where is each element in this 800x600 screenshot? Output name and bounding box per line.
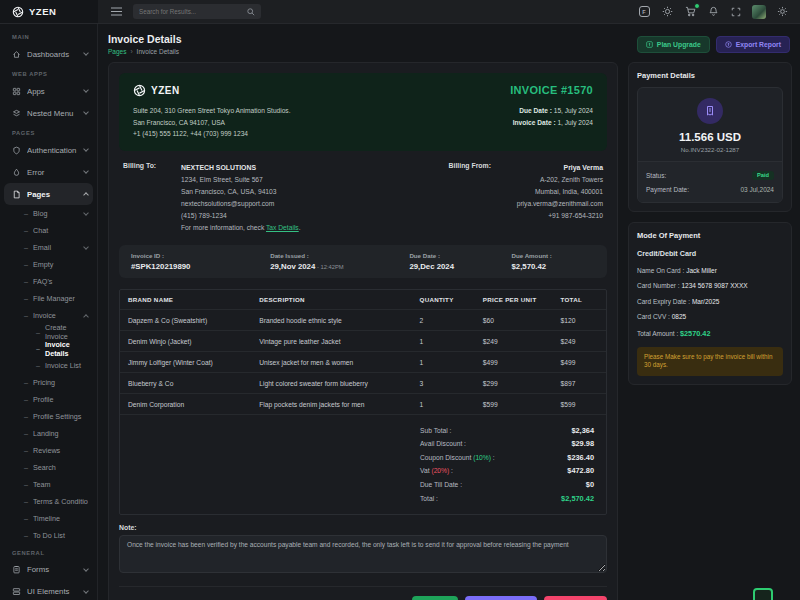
sidebar-item-team[interactable]: Team xyxy=(0,476,97,493)
sidebar-item-ui-elements[interactable]: UI Elements xyxy=(0,581,97,600)
sidebar-item-pricing[interactable]: Pricing xyxy=(0,374,97,391)
page-header: Invoice Details Pages › Invoice Details … xyxy=(98,24,800,62)
sidebar-item-timeline[interactable]: Timeline xyxy=(0,510,97,527)
settings-gear-icon[interactable] xyxy=(774,4,790,20)
invoice-dates: Due Date : 15, July 2024 Invoice Date : … xyxy=(510,105,593,129)
payment-date-row: Payment Date: 03 Jul,2024 xyxy=(646,182,774,196)
notifications-bell-icon[interactable] xyxy=(705,4,721,20)
sidebar-item-landing[interactable]: Landing xyxy=(0,425,97,442)
sidebar-item-invoice-list[interactable]: Invoice List xyxy=(0,357,97,374)
breadcrumb-pages-link[interactable]: Pages xyxy=(108,48,126,55)
sidebar-item-email[interactable]: Email xyxy=(0,239,97,256)
sidebar-item-invoice-details[interactable]: Invoice Details xyxy=(0,341,97,358)
sidebar-item-blog[interactable]: Blog xyxy=(0,205,97,222)
meta-due-date: Due Date : 29,Dec 2024 xyxy=(409,252,511,271)
table-row: Blueberry & CoLight colored sweater form… xyxy=(120,373,606,394)
boxes-icon xyxy=(12,587,21,596)
receipt-icon xyxy=(697,98,723,124)
sidebar-item-profile-settings[interactable]: Profile Settings xyxy=(0,408,97,425)
hamburger-icon[interactable] xyxy=(108,4,124,20)
language-icon[interactable]: F xyxy=(636,4,652,20)
payment-amount: 11.566 USD xyxy=(646,131,774,143)
tax-details-link[interactable]: Tax Details xyxy=(266,224,299,231)
card-number-line: Card Number : 1234 5678 9087 XXXX xyxy=(637,282,783,289)
sidebar-item-todo[interactable]: To Do List xyxy=(0,527,97,544)
summary-vat: Vat (20%) :$472.80 xyxy=(132,464,594,478)
search-input[interactable] xyxy=(139,8,243,15)
cart-icon[interactable] xyxy=(682,4,698,20)
theme-toggle-sun-icon[interactable] xyxy=(659,4,675,20)
search-box[interactable] xyxy=(133,4,261,19)
save-as-pdf-button[interactable]: Save As PDF xyxy=(465,596,537,600)
note-label: Note: xyxy=(119,524,607,531)
col-total: TOTAL xyxy=(553,290,606,310)
sidebar-section-general: GENERAL xyxy=(0,544,97,559)
col-quantity: QUANTITY xyxy=(412,290,475,310)
shield-icon xyxy=(12,146,21,155)
chevron-down-icon xyxy=(83,109,89,115)
summary-coupon-discount: Coupon Discount (10%) :$236.40 xyxy=(132,451,594,465)
sidebar: MAIN Dashboards WEB APPS Apps Nested Men… xyxy=(0,24,98,600)
main-content: Invoice Details Pages › Invoice Details … xyxy=(98,24,800,600)
invoice-number: INVOICE #1570 xyxy=(510,84,593,96)
avatar[interactable] xyxy=(751,4,767,20)
layers-icon xyxy=(12,109,21,118)
sidebar-item-chat[interactable]: Chat xyxy=(0,222,97,239)
page-title: Invoice Details xyxy=(108,33,182,45)
invoice-brand-logo-icon xyxy=(133,84,146,97)
cart-badge xyxy=(694,3,700,9)
print-button[interactable]: Print xyxy=(412,596,458,600)
chevron-down-icon xyxy=(83,146,89,152)
sidebar-item-nested-menu[interactable]: Nested Menu xyxy=(0,102,97,124)
sidebar-item-terms[interactable]: Terms & Conditions xyxy=(0,493,97,510)
topbar: YZEN F xyxy=(0,0,800,24)
sidebar-item-create-invoice[interactable]: Create Invoice xyxy=(0,324,97,341)
billing-to-details: NEXTECH SOLUTIONS 1234, Elm Street, Suit… xyxy=(181,162,301,235)
search-icon[interactable] xyxy=(247,8,255,16)
company-address: Suite 204, 310 Green Street Tokyo Animat… xyxy=(133,105,291,140)
table-row: Jimmy Lolfiger (Winter Coat)Unisex jacke… xyxy=(120,352,606,373)
brand-name: YZEN xyxy=(29,6,56,17)
payment-status-row: Status: Paid xyxy=(646,168,774,182)
items-table: BRAND NAME DESCRIPTION QUANTITY PRICE PE… xyxy=(119,289,607,515)
meta-invoice-id: Invoice ID : #SPK120219890 xyxy=(131,252,270,271)
mode-of-payment-card: Mode Of Payment Credit/Debit Card Name O… xyxy=(628,222,792,385)
sidebar-item-reviews[interactable]: Reviews xyxy=(0,442,97,459)
payment-summary-box: 11.566 USD No.INV2322-02-1287 Status: Pa… xyxy=(637,87,783,203)
sidebar-item-apps[interactable]: Apps xyxy=(0,80,97,102)
sidebar-item-authentication[interactable]: Authentication xyxy=(0,139,97,161)
fullscreen-icon[interactable] xyxy=(728,4,744,20)
scroll-to-top-button[interactable] xyxy=(753,588,773,600)
page-icon xyxy=(12,190,21,199)
sidebar-item-file-manager[interactable]: File Manager xyxy=(0,290,97,307)
card-expiry-line: Card Expiry Date : Mar/2025 xyxy=(637,298,783,305)
billing-from-label: Billing From: xyxy=(449,162,492,235)
sidebar-section-pages: PAGES xyxy=(0,124,97,139)
export-icon xyxy=(725,41,732,48)
total-amount-line: Total Amount : $2570.42 xyxy=(637,329,783,338)
billing-to-label: Billing To: xyxy=(123,162,181,235)
payment-invoice-number: No.INV2322-02-1287 xyxy=(646,146,774,153)
breadcrumb-current: Invoice Details xyxy=(137,48,179,55)
export-report-button[interactable]: Export Report xyxy=(716,36,790,53)
invoice-meta-strip: Invoice ID : #SPK120219890 Date Issued :… xyxy=(119,245,607,278)
sidebar-item-forms[interactable]: Forms xyxy=(0,559,97,581)
brand: YZEN xyxy=(0,0,98,23)
summary-due-till-date: Due Till Date :$0 xyxy=(132,478,594,492)
sidebar-item-dashboards[interactable]: Dashboards xyxy=(0,43,97,65)
sidebar-item-error[interactable]: Error xyxy=(0,161,97,183)
sidebar-item-invoice[interactable]: Invoice xyxy=(0,307,97,324)
plan-upgrade-button[interactable]: Plan Upgrade xyxy=(637,36,710,53)
download-button[interactable]: Download xyxy=(544,596,607,600)
sidebar-section-main: MAIN xyxy=(0,28,97,43)
upgrade-icon xyxy=(646,41,653,48)
sidebar-item-faqs[interactable]: FAQ's xyxy=(0,273,97,290)
note-textarea[interactable]: Once the invoice has been verified by th… xyxy=(119,535,607,573)
status-badge: Paid xyxy=(752,171,774,180)
sidebar-item-search[interactable]: Search xyxy=(0,459,97,476)
sidebar-item-pages[interactable]: Pages xyxy=(4,183,93,205)
home-icon xyxy=(12,50,21,59)
sidebar-item-profile[interactable]: Profile xyxy=(0,391,97,408)
sidebar-item-empty[interactable]: Empty xyxy=(0,256,97,273)
table-row: Dapzem & Co (Sweatshirt)Branded hoodie e… xyxy=(120,310,606,331)
